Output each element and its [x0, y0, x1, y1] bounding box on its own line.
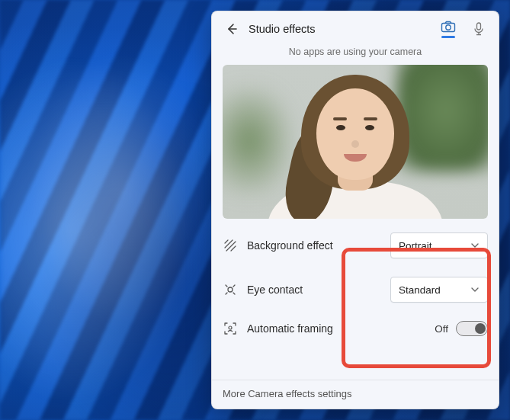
back-button[interactable] [223, 20, 241, 38]
background-effect-value: Portrait [399, 240, 432, 252]
more-settings-link[interactable]: More Camera effects settings [212, 380, 499, 409]
eye-contact-icon [223, 282, 238, 297]
camera-icon [441, 21, 456, 33]
automatic-framing-state: Off [435, 323, 448, 335]
microphone-tab[interactable] [470, 18, 488, 40]
settings-list: Background effect Portrait Eye contact S… [212, 228, 499, 341]
background-effect-dropdown[interactable]: Portrait [390, 232, 488, 258]
microphone-icon [473, 22, 484, 36]
svg-point-2 [446, 24, 451, 29]
automatic-framing-toggle[interactable] [456, 321, 488, 336]
automatic-framing-label: Automatic framing [247, 322, 381, 335]
active-tab-indicator [441, 36, 455, 38]
background-effect-label: Background effect [247, 239, 381, 252]
flyout-header: Studio effects [212, 11, 499, 43]
svg-line-7 [225, 240, 233, 248]
camera-tab[interactable] [439, 18, 457, 40]
eye-contact-value: Standard [399, 284, 441, 296]
svg-point-11 [229, 326, 232, 329]
studio-effects-flyout: Studio effects No apps are us [211, 11, 499, 409]
automatic-framing-icon [223, 321, 238, 336]
svg-rect-3 [477, 23, 481, 30]
svg-line-8 [226, 242, 236, 251]
svg-line-6 [225, 240, 228, 243]
eye-contact-dropdown[interactable]: Standard [390, 277, 488, 303]
background-effect-row: Background effect Portrait [223, 228, 488, 263]
camera-status-text: No apps are using your camera [212, 43, 499, 65]
eye-contact-label: Eye contact [247, 284, 381, 296]
chevron-down-icon [470, 285, 480, 294]
automatic-framing-row: Automatic framing Off [223, 316, 488, 341]
page-title: Studio effects [249, 23, 316, 35]
background-effect-icon [223, 238, 238, 253]
svg-point-10 [228, 287, 233, 292]
svg-line-9 [231, 246, 236, 251]
camera-preview [223, 65, 488, 219]
arrow-left-icon [226, 23, 238, 35]
eye-contact-row: Eye contact Standard [223, 272, 488, 307]
more-settings-label: More Camera effects settings [223, 388, 352, 399]
toggle-knob [475, 323, 486, 334]
chevron-down-icon [470, 241, 480, 250]
header-tabs [439, 18, 488, 40]
